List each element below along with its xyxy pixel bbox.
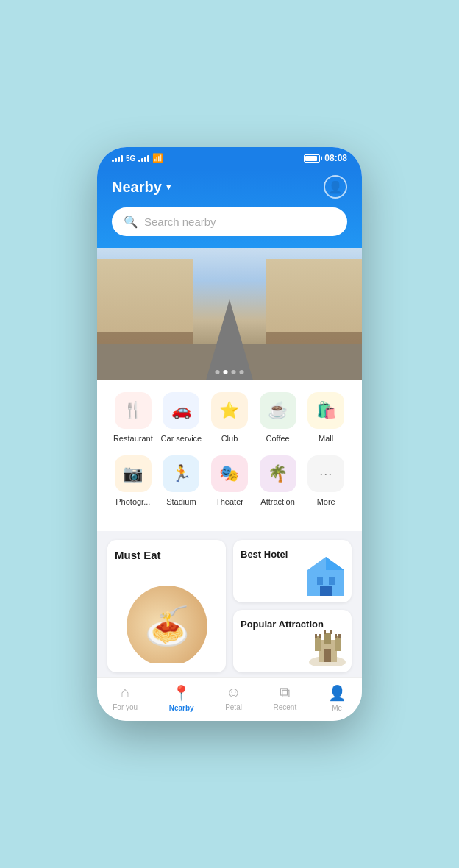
signal-bar-2 (138, 155, 149, 162)
app-header: Nearby ▾ 👤 🔍 Search nearby (97, 169, 362, 248)
search-bar[interactable]: 🔍 Search nearby (112, 207, 347, 236)
time-display: 08:08 (324, 153, 347, 163)
restaurant-label: Restaurant (113, 433, 153, 444)
bar3b (144, 157, 146, 162)
bar4b (147, 155, 149, 162)
coffee-icon: ☕ (268, 401, 288, 420)
battery-fill (305, 156, 316, 161)
home-icon: ⌂ (121, 684, 129, 701)
club-icon-bg: ⭐ (211, 392, 248, 429)
svg-rect-9 (324, 633, 331, 644)
nav-me[interactable]: 👤 Me (328, 684, 346, 712)
restaurant-icon-bg: 🍴 (115, 392, 152, 429)
theater-icon-bg: 🎭 (211, 455, 248, 492)
must-eat-card[interactable]: Must Eat 🍝 (107, 540, 226, 672)
bar3 (118, 157, 120, 162)
petal-icon: ☺ (226, 684, 241, 701)
bar1b (138, 160, 140, 162)
road (204, 299, 255, 380)
category-photography[interactable]: 📷 Photogr... (111, 455, 155, 507)
more-label: More (317, 497, 335, 507)
category-coffee[interactable]: ☕ Coffee (256, 392, 300, 444)
hero-banner (97, 248, 362, 380)
svg-rect-4 (320, 586, 332, 596)
profile-button[interactable]: 👤 (324, 175, 347, 199)
more-icon-bg: ··· (307, 455, 344, 492)
food-image: 🍝 (127, 586, 207, 663)
category-row-2: 📷 Photogr... 🏃 Stadium 🎭 Theater (109, 455, 350, 507)
mall-label: Mall (319, 433, 333, 444)
photo-icon: 📷 (123, 464, 143, 483)
bar4 (121, 155, 123, 162)
dot-3 (232, 370, 236, 374)
hotel-image (304, 555, 348, 599)
coffee-icon-bg: ☕ (260, 392, 296, 429)
category-car-service[interactable]: 🚗 Car service (159, 392, 203, 444)
location-selector[interactable]: Nearby ▾ (112, 179, 171, 196)
more-icon: ··· (319, 466, 332, 482)
mall-icon: 🛍️ (316, 401, 336, 420)
attraction-label: Attraction (260, 497, 294, 507)
car-label: Car service (161, 433, 202, 444)
search-input[interactable]: Search nearby (144, 216, 335, 228)
svg-rect-10 (315, 634, 317, 638)
battery-icon (304, 154, 320, 163)
category-attraction[interactable]: 🌴 Attraction (256, 455, 300, 507)
location-label: Nearby (112, 179, 162, 196)
nav-for-you-label: For you (113, 703, 138, 711)
popular-attraction-card[interactable]: Popular Attraction (233, 610, 352, 672)
best-hotel-card[interactable]: Best Hotel (233, 540, 352, 602)
svg-rect-14 (324, 630, 326, 634)
coffee-label: Coffee (266, 433, 289, 444)
theater-label: Theater (216, 497, 243, 507)
category-mall[interactable]: 🛍️ Mall (304, 392, 348, 444)
svg-rect-2 (317, 577, 323, 585)
nav-recent[interactable]: ⧉ Recent (273, 684, 296, 712)
photo-icon-bg: 📷 (115, 455, 152, 492)
network-type: 5G (126, 154, 135, 163)
bottom-nav: ⌂ For you 📍 Nearby ☺ Petal ⧉ Recent 👤 Me (97, 677, 362, 721)
search-icon: 🔍 (124, 215, 138, 229)
nav-me-label: Me (332, 704, 342, 712)
stadium-icon-bg: 🏃 (163, 455, 199, 492)
header-top: Nearby ▾ 👤 (112, 175, 347, 199)
car-icon-bg: 🚗 (163, 392, 199, 429)
bar2b (141, 158, 143, 162)
dot-2 (224, 370, 228, 374)
phone-frame: 5G 📶 08:08 Nearby ▾ 👤 (97, 147, 362, 721)
theater-icon: 🎭 (219, 464, 239, 483)
mall-icon-bg: 🛍️ (307, 392, 344, 429)
wifi-icon: 📶 (152, 153, 163, 163)
dot-4 (240, 370, 244, 374)
me-icon: 👤 (328, 684, 346, 702)
status-right: 08:08 (304, 153, 347, 163)
stadium-label: Stadium (166, 497, 196, 507)
bar2 (115, 158, 117, 162)
stadium-icon: 🏃 (171, 464, 191, 483)
svg-rect-3 (329, 577, 335, 585)
svg-rect-15 (330, 630, 332, 634)
must-eat-title: Must Eat (107, 540, 226, 567)
signal-bar-1 (112, 155, 123, 162)
category-club[interactable]: ⭐ Club (207, 392, 252, 444)
category-grid: 🍴 Restaurant 🚗 Car service ⭐ Club (97, 380, 362, 531)
attraction-icon: 🌴 (268, 464, 288, 483)
category-stadium[interactable]: 🏃 Stadium (159, 455, 203, 507)
nav-nearby[interactable]: 📍 Nearby (169, 684, 194, 712)
nav-petal-label: Petal (225, 703, 242, 711)
category-restaurant[interactable]: 🍴 Restaurant (111, 392, 155, 444)
scroll-area[interactable]: 🍴 Restaurant 🚗 Car service ⭐ Club (97, 248, 362, 677)
category-more[interactable]: ··· More (304, 455, 348, 507)
svg-rect-12 (335, 634, 337, 638)
category-theater[interactable]: 🎭 Theater (207, 455, 252, 507)
status-left: 5G 📶 (112, 153, 163, 163)
club-icon: ⭐ (219, 401, 239, 420)
nearby-icon: 📍 (172, 684, 191, 702)
dot-1 (216, 370, 220, 374)
nav-petal[interactable]: ☺ Petal (225, 684, 242, 712)
svg-rect-13 (338, 634, 341, 638)
nav-for-you[interactable]: ⌂ For you (113, 684, 138, 712)
castle-image (307, 625, 348, 669)
profile-avatar-icon: 👤 (328, 180, 343, 194)
slide-dots (216, 370, 244, 374)
